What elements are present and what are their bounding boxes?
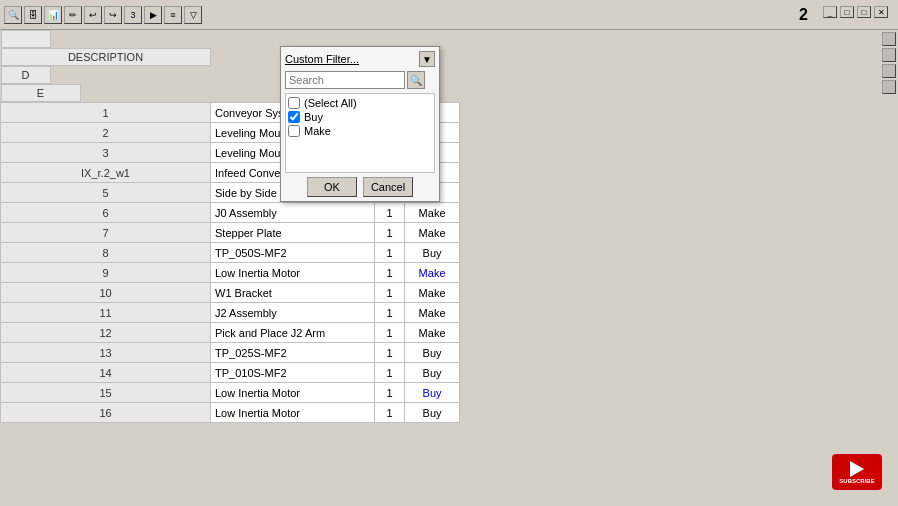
side-icon-4[interactable] <box>882 80 896 94</box>
table-row: 12Pick and Place J2 Arm1Make <box>1 323 460 343</box>
toolbar-icon-8[interactable]: ▶ <box>144 6 162 24</box>
toolbar-icon-10[interactable]: ▽ <box>184 6 202 24</box>
table-row: 11J2 Assembly1Make <box>1 303 460 323</box>
side-icon-1[interactable] <box>882 32 896 46</box>
row-qty: 1 <box>375 303 405 323</box>
buy-checkbox[interactable] <box>288 111 300 123</box>
toolbar-icon-6[interactable]: ↪ <box>104 6 122 24</box>
toolbar-icon-3[interactable]: 📊 <box>44 6 62 24</box>
select-all-label: (Select All) <box>304 97 357 109</box>
toolbar-icon-7[interactable]: 3 <box>124 6 142 24</box>
row-number: 13 <box>1 343 211 363</box>
row-description: J0 Assembly <box>211 203 375 223</box>
col-header-d: D <box>1 66 51 84</box>
row-qty: 1 <box>375 363 405 383</box>
toolbar-icon-1[interactable]: 🔍 <box>4 6 22 24</box>
toolbar-icon-4[interactable]: ✏ <box>64 6 82 24</box>
row-qty: 1 <box>375 223 405 243</box>
row-description: Stepper Plate <box>211 223 375 243</box>
row-qty: 1 <box>375 343 405 363</box>
select-all-checkbox[interactable] <box>288 97 300 109</box>
toolbar-icon-9[interactable]: ≡ <box>164 6 182 24</box>
toolbar: 🔍 🗄 📊 ✏ ↩ ↪ 3 ▶ ≡ ▽ <box>0 0 898 30</box>
row-type: Buy <box>405 363 460 383</box>
filter-buy-item[interactable]: Buy <box>288 110 432 124</box>
side-icon-3[interactable] <box>882 64 896 78</box>
filter-dropdown-icon[interactable]: ▼ <box>419 51 435 67</box>
row-number: 7 <box>1 223 211 243</box>
row-type: Make <box>405 323 460 343</box>
toolbar-number: 2 <box>799 6 808 24</box>
row-number: IX_r.2_w1 <box>1 163 211 183</box>
right-side-icons <box>880 30 898 96</box>
row-type: Make <box>405 203 460 223</box>
row-description: TP_050S-MF2 <box>211 243 375 263</box>
make-label: Make <box>304 125 331 137</box>
row-number: 16 <box>1 403 211 423</box>
row-number: 11 <box>1 303 211 323</box>
table-row: 15Low Inertia Motor1Buy <box>1 383 460 403</box>
row-number: 6 <box>1 203 211 223</box>
row-qty: 1 <box>375 263 405 283</box>
table-row: 8TP_050S-MF21Buy <box>1 243 460 263</box>
restore-button[interactable]: □ <box>840 6 854 18</box>
minimize-button[interactable]: _ <box>823 6 837 18</box>
col-header-rownum <box>1 30 51 48</box>
row-qty: 1 <box>375 383 405 403</box>
filter-dialog-header: Custom Filter... ▼ <box>285 51 435 67</box>
row-description: TP_025S-MF2 <box>211 343 375 363</box>
toolbar-icon-2[interactable]: 🗄 <box>24 6 42 24</box>
row-number: 8 <box>1 243 211 263</box>
row-type: Buy <box>405 243 460 263</box>
row-number: 5 <box>1 183 211 203</box>
table-row: 9Low Inertia Motor1Make <box>1 263 460 283</box>
filter-select-all[interactable]: (Select All) <box>288 96 432 110</box>
row-type: Buy <box>405 343 460 363</box>
toolbar-icon-5[interactable]: ↩ <box>84 6 102 24</box>
youtube-subscribe-label: SUBSCRIBE <box>839 478 874 484</box>
filter-make-item[interactable]: Make <box>288 124 432 138</box>
table-row: 7Stepper Plate1Make <box>1 223 460 243</box>
row-type: Make <box>405 283 460 303</box>
buy-label: Buy <box>304 111 323 123</box>
search-button[interactable]: 🔍 <box>407 71 425 89</box>
close-button[interactable]: ✕ <box>874 6 888 18</box>
row-description: W1 Bracket <box>211 283 375 303</box>
col-header-description: DESCRIPTION <box>1 48 211 66</box>
row-type: Make <box>405 223 460 243</box>
row-description: Pick and Place J2 Arm <box>211 323 375 343</box>
filter-list: (Select All) Buy Make <box>285 93 435 173</box>
window-controls: 2 _ □ □ ✕ <box>799 6 888 24</box>
row-description: Low Inertia Motor <box>211 263 375 283</box>
row-qty: 1 <box>375 243 405 263</box>
table-row: 10W1 Bracket1Make <box>1 283 460 303</box>
custom-filter-link[interactable]: Custom Filter... <box>285 53 359 65</box>
table-row: 16Low Inertia Motor1Buy <box>1 403 460 423</box>
row-number: 9 <box>1 263 211 283</box>
row-number: 12 <box>1 323 211 343</box>
row-type: Make <box>405 263 460 283</box>
row-qty: 1 <box>375 283 405 303</box>
youtube-subscribe-button[interactable]: SUBSCRIBE <box>832 454 882 490</box>
filter-dialog: Custom Filter... ▼ 🔍 (Select All) Buy Ma… <box>280 46 440 202</box>
youtube-play-icon <box>850 461 864 477</box>
row-number: 3 <box>1 143 211 163</box>
search-input[interactable] <box>285 71 405 89</box>
row-description: J2 Assembly <box>211 303 375 323</box>
filter-buttons: OK Cancel <box>285 177 435 197</box>
cancel-button[interactable]: Cancel <box>363 177 413 197</box>
row-description: TP_010S-MF2 <box>211 363 375 383</box>
ok-button[interactable]: OK <box>307 177 357 197</box>
maximize-button[interactable]: □ <box>857 6 871 18</box>
table-row: 14TP_010S-MF21Buy <box>1 363 460 383</box>
row-type: Make <box>405 303 460 323</box>
row-description: Low Inertia Motor <box>211 403 375 423</box>
make-checkbox[interactable] <box>288 125 300 137</box>
row-number: 15 <box>1 383 211 403</box>
row-description: Low Inertia Motor <box>211 383 375 403</box>
table-row: 6J0 Assembly1Make <box>1 203 460 223</box>
side-icon-2[interactable] <box>882 48 896 62</box>
row-qty: 1 <box>375 203 405 223</box>
row-type: Buy <box>405 403 460 423</box>
row-number: 2 <box>1 123 211 143</box>
